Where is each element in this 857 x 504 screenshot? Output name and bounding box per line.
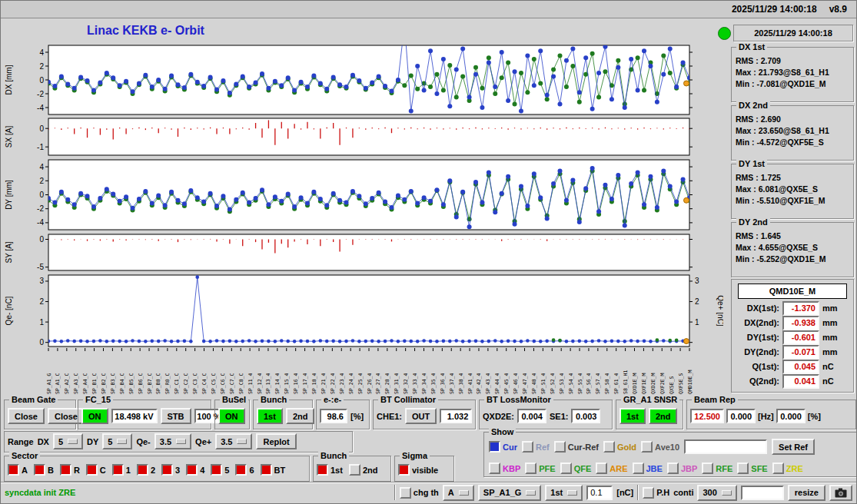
resize-button[interactable]: resize <box>788 485 825 501</box>
sector-a-checkbox[interactable]: A <box>8 464 28 476</box>
show-kbp-checkbox[interactable]: KBP <box>489 463 520 474</box>
chg-th-checkbox[interactable]: chg th <box>400 487 439 499</box>
monitor-row-value: 0.041 <box>782 374 819 389</box>
sector-select-dropdown[interactable]: A <box>443 485 474 501</box>
sector-4-checkbox[interactable]: 4 <box>186 464 204 476</box>
range-qem-dropdown[interactable]: 3.5 <box>154 433 191 449</box>
ee-ratio-group: e-:e- 98.6 [%] <box>316 400 370 429</box>
show-ref-checkbox[interactable]: Ref <box>522 441 550 453</box>
show-are-checkbox[interactable]: ARE <box>596 463 627 474</box>
checkbox-box[interactable] <box>317 464 328 476</box>
sector-5-checkbox[interactable]: 5 <box>211 464 229 476</box>
group-title: Beam Rep <box>692 395 738 404</box>
checkbox-box[interactable] <box>560 463 572 474</box>
show-jbp-checkbox[interactable]: JBP <box>667 463 697 474</box>
svg-text:SP_25_4: SP_25_4 <box>357 373 364 394</box>
fc15-stb-button[interactable]: STB <box>161 408 191 424</box>
sector-3-checkbox[interactable]: 3 <box>161 464 180 476</box>
range-dx-dropdown[interactable]: 5 <box>53 433 83 449</box>
sigma-visible-checkbox[interactable]: visible <box>398 464 438 476</box>
snsr-2nd-button[interactable]: 2nd <box>649 408 678 424</box>
bunch-2nd-checkbox[interactable]: 2nd <box>349 464 378 476</box>
screenshot-button[interactable] <box>829 485 852 501</box>
checkbox-box[interactable] <box>737 463 749 474</box>
checkbox-box[interactable] <box>261 464 272 476</box>
checkbox-box[interactable] <box>398 464 410 476</box>
ph-checkbox[interactable]: P.H <box>643 487 669 499</box>
checkbox-box[interactable] <box>702 463 713 474</box>
sector-1-checkbox[interactable]: 1 <box>112 464 131 476</box>
conti-toggle[interactable]: conti <box>673 488 693 497</box>
show-sfe-checkbox[interactable]: SFE <box>737 463 767 474</box>
snsr-1st-button[interactable]: 1st <box>619 408 646 424</box>
sector-6-checkbox[interactable]: 6 <box>235 464 254 476</box>
interval-dropdown[interactable]: 300 <box>697 485 736 501</box>
ref-name-input[interactable] <box>684 439 767 454</box>
show-group: Show Cur Ref Cur-Ref Gold <box>483 432 857 477</box>
checkbox-box[interactable] <box>643 487 654 499</box>
show-gold-checkbox[interactable]: Gold <box>603 441 636 453</box>
sector-b-checkbox[interactable]: B <box>34 464 54 476</box>
checkbox-box[interactable] <box>667 463 679 474</box>
fc15-on-button[interactable]: ON <box>81 408 108 424</box>
checkbox-box[interactable] <box>633 463 644 474</box>
svg-text:SP_14_4: SP_14_4 <box>274 373 281 394</box>
dy-orbit-chart: 420-2-4DY [mm] <box>1 159 723 230</box>
show-ave10-checkbox[interactable]: Ave10 <box>641 441 679 453</box>
checkbox-box[interactable] <box>186 464 198 476</box>
svg-text:QXF1E_M: QXF1E_M <box>641 373 647 394</box>
bunch-1st-checkbox[interactable]: 1st <box>317 464 343 476</box>
checkbox-box[interactable] <box>60 464 71 476</box>
svg-text:SP_C5_C: SP_C5_C <box>211 373 217 394</box>
range-qep-dropdown[interactable]: 3.5 <box>215 433 252 449</box>
checkbox-box[interactable] <box>641 441 653 453</box>
bunch-1st-button[interactable]: 1st <box>257 408 283 424</box>
busel-on-button[interactable]: ON <box>218 408 245 424</box>
svg-text:SP_57_4: SP_57_4 <box>595 373 601 394</box>
checkbox-box[interactable] <box>603 441 615 453</box>
range-dy-dropdown[interactable]: 5 <box>102 433 132 449</box>
bunch-select-dropdown[interactable]: 1st <box>545 485 583 501</box>
monitor-select-dropdown[interactable]: SP_A1_G <box>478 485 542 501</box>
show-zre-checkbox[interactable]: ZRE <box>772 463 803 474</box>
checkbox-box[interactable] <box>86 464 98 476</box>
sector-bt-checkbox[interactable]: BT <box>261 464 286 476</box>
svg-text:SP_45_4: SP_45_4 <box>503 373 510 394</box>
checkbox-box[interactable] <box>400 487 411 499</box>
checkbox-box[interactable] <box>161 464 173 476</box>
svg-text:SP_A2_C: SP_A2_C <box>64 373 70 394</box>
show-jbe-checkbox[interactable]: JBE <box>633 463 663 474</box>
show-pfe-checkbox[interactable]: PFE <box>525 463 555 474</box>
show-rfe-checkbox[interactable]: RFE <box>702 463 732 474</box>
set-ref-button[interactable]: Set Ref <box>772 439 815 455</box>
che1-out-button[interactable]: OUT <box>405 408 437 424</box>
show-qfe-checkbox[interactable]: QFE <box>560 463 592 474</box>
bunch-2nd-button[interactable]: 2nd <box>286 408 315 424</box>
replot-button[interactable]: Replot <box>256 433 296 449</box>
checkbox-box[interactable] <box>137 464 148 476</box>
checkbox-box[interactable] <box>8 464 19 476</box>
svg-text:-1: -1 <box>37 143 44 151</box>
threshold-input[interactable] <box>586 486 613 500</box>
show-cur-checkbox[interactable]: Cur <box>489 441 517 453</box>
se1-readout: 0.003 <box>571 409 600 423</box>
checkbox-box[interactable] <box>34 464 45 476</box>
sector-c-checkbox[interactable]: C <box>86 464 106 476</box>
checkbox-box[interactable] <box>522 441 533 453</box>
checkbox-box[interactable] <box>525 463 536 474</box>
checkbox-box[interactable] <box>772 463 784 474</box>
checkbox-box[interactable] <box>112 464 124 476</box>
checkbox-box[interactable] <box>349 464 360 476</box>
checkbox-box[interactable] <box>489 441 500 453</box>
show-cur-ref-checkbox[interactable]: Cur-Ref <box>554 441 599 453</box>
checkbox-box[interactable] <box>596 463 607 474</box>
count-input[interactable] <box>741 486 784 500</box>
checkbox-box[interactable] <box>211 464 222 476</box>
beam-gate-close-button-1[interactable]: Close <box>8 408 45 424</box>
checkbox-box[interactable] <box>554 441 566 453</box>
sector-r-checkbox[interactable]: R <box>60 464 80 476</box>
svg-text:SP_55_4: SP_55_4 <box>577 373 583 394</box>
sector-2-checkbox[interactable]: 2 <box>137 464 155 476</box>
checkbox-box[interactable] <box>489 463 500 474</box>
checkbox-box[interactable] <box>235 464 247 476</box>
